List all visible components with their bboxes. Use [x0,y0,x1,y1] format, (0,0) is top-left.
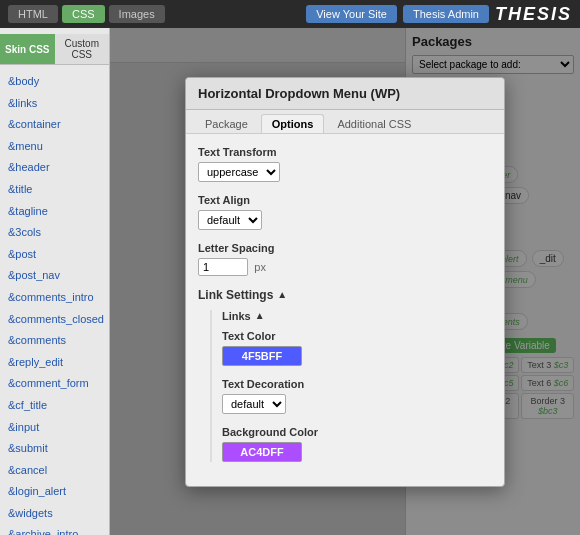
bg-color-label: Background Color [222,426,492,438]
sidebar-item-title[interactable]: &title [0,179,109,201]
content-area: Save and Compile CSS Horizontal Dropdown… [110,28,580,535]
sidebar-tab-custom-css[interactable]: Custom CSS [55,34,110,64]
text-transform-group: Text Transform uppercase [198,146,492,182]
links-header[interactable]: Links ▲ [222,310,492,322]
modal-tab-options[interactable]: Options [261,114,325,133]
text-color-preview[interactable]: 4F5BFF [222,346,302,366]
top-nav-right: View Your Site Thesis Admin THESIS [306,4,572,25]
sidebar-item-comments-closed[interactable]: &comments_closed [0,309,109,331]
sidebar-item-comment-form[interactable]: &comment_form [0,373,109,395]
links-sub-section: Links ▲ Text Color 4F5BFF Text Decoratio… [210,310,492,462]
sidebar-item-container[interactable]: &container [0,114,109,136]
text-align-select[interactable]: default [198,210,262,230]
sidebar-item-login-alert[interactable]: &login_alert [0,481,109,503]
sidebar-item-cancel[interactable]: &cancel [0,460,109,482]
sidebar-item-input[interactable]: &input [0,417,109,439]
text-transform-label: Text Transform [198,146,492,158]
modal-body: Text Transform uppercase Text Align defa… [186,134,504,486]
sidebar-item-archive-intro[interactable]: &archive_intro [0,524,109,535]
tab-images[interactable]: Images [109,5,165,23]
sidebar-item-3cols[interactable]: &3cols [0,222,109,244]
modal-overlay: Horizontal Dropdown Menu (WP) Package Op… [110,28,580,535]
sidebar-item-widgets[interactable]: &widgets [0,503,109,525]
top-nav-left: HTML CSS Images [8,5,165,23]
letter-spacing-input[interactable] [198,258,248,276]
modal-tab-package[interactable]: Package [194,114,259,133]
link-settings-label: Link Settings [198,288,273,302]
link-settings-header[interactable]: Link Settings ▲ [198,288,492,302]
text-align-label: Text Align [198,194,492,206]
sidebar-tab-skin-css[interactable]: Skin CSS [0,34,55,64]
sidebar-tabs: Skin CSS Custom CSS [0,34,109,65]
letter-spacing-unit: px [254,261,266,273]
sidebar: Skin CSS Custom CSS &body &links &contai… [0,28,110,535]
sidebar-item-comments-intro[interactable]: &comments_intro [0,287,109,309]
modal-dialog: Horizontal Dropdown Menu (WP) Package Op… [185,77,505,487]
sidebar-item-tagline[interactable]: &tagline [0,201,109,223]
modal-title: Horizontal Dropdown Menu (WP) [186,78,504,110]
sidebar-item-header[interactable]: &header [0,157,109,179]
thesis-admin-button[interactable]: Thesis Admin [403,5,489,23]
tab-css[interactable]: CSS [62,5,105,23]
sidebar-item-post[interactable]: &post [0,244,109,266]
letter-spacing-group: Letter Spacing px [198,242,492,276]
text-color-group: Text Color 4F5BFF [222,330,492,366]
link-settings-group: Link Settings ▲ Links ▲ Text Color [198,288,492,462]
text-decoration-select[interactable]: default [222,394,286,414]
text-decoration-label: Text Decoration [222,378,492,390]
bg-color-preview[interactable]: AC4DFF [222,442,302,462]
modal-tab-additional-css[interactable]: Additional CSS [326,114,422,133]
top-nav: HTML CSS Images View Your Site Thesis Ad… [0,0,580,28]
sidebar-item-post-nav[interactable]: &post_nav [0,265,109,287]
links-label: Links [222,310,251,322]
sidebar-item-reply-edit[interactable]: &reply_edit [0,352,109,374]
text-decoration-group: Text Decoration default [222,378,492,414]
links-arrow-icon: ▲ [255,310,265,321]
link-settings-arrow-icon: ▲ [277,289,287,300]
sidebar-item-links[interactable]: &links [0,93,109,115]
sidebar-item-cf-title[interactable]: &cf_title [0,395,109,417]
modal-tabs: Package Options Additional CSS [186,110,504,134]
sidebar-item-submit[interactable]: &submit [0,438,109,460]
text-align-group: Text Align default [198,194,492,230]
thesis-logo: THESIS [495,4,572,25]
sidebar-item-menu[interactable]: &menu [0,136,109,158]
sidebar-item-comments[interactable]: &comments [0,330,109,352]
letter-spacing-label: Letter Spacing [198,242,492,254]
main-layout: Skin CSS Custom CSS &body &links &contai… [0,28,580,535]
text-transform-select[interactable]: uppercase [198,162,280,182]
sidebar-item-body[interactable]: &body [0,71,109,93]
text-color-label: Text Color [222,330,492,342]
tab-html[interactable]: HTML [8,5,58,23]
view-site-button[interactable]: View Your Site [306,5,397,23]
bg-color-group: Background Color AC4DFF [222,426,492,462]
